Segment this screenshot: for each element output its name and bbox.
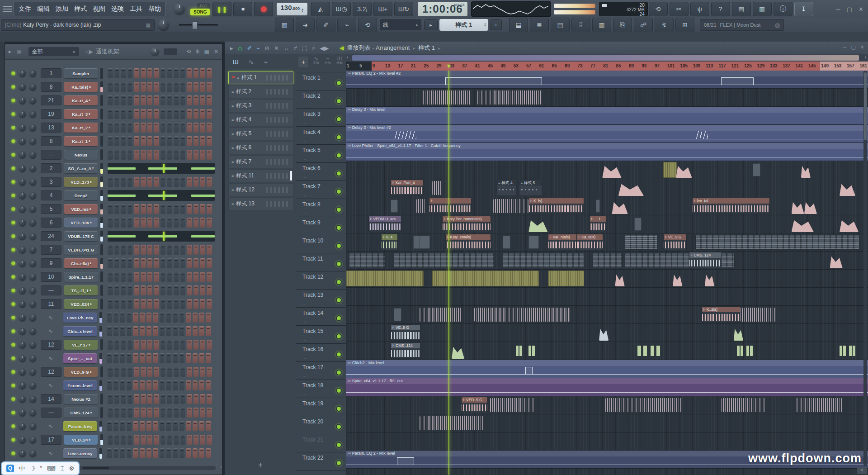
ime-tools-icon[interactable]: ⚙ (69, 465, 75, 472)
track-header[interactable]: Track 17... (296, 362, 346, 380)
channel-name-button[interactable]: Nexus #2 (64, 394, 98, 404)
mute-icon[interactable]: ✕ (274, 45, 279, 52)
plugin-icon[interactable]: ☍ (634, 18, 653, 32)
channel-volume-knob[interactable] (29, 314, 36, 321)
channel-number[interactable]: --- (41, 408, 61, 418)
slice-icon[interactable]: ⌿ (294, 44, 297, 52)
track-header[interactable]: Track 10... (296, 235, 346, 253)
channel-name-button[interactable]: Love..uency (63, 448, 97, 458)
audio-clip[interactable]: ⊦ VE..9 G (391, 324, 420, 341)
pat-song-toggle[interactable]: PAT SONG (190, 3, 210, 15)
channel-enable-led[interactable] (11, 126, 15, 130)
channel-volume-knob[interactable] (29, 287, 36, 294)
channel-enable-led[interactable] (11, 275, 15, 279)
clip[interactable] (721, 398, 766, 412)
track-enable-led[interactable] (336, 116, 342, 122)
channel-volume-knob[interactable] (29, 396, 36, 403)
clip[interactable] (490, 398, 535, 412)
menu-item[interactable]: 样式 (74, 5, 87, 13)
loop-record-icon[interactable]: Ш+ (373, 2, 392, 16)
add-track-button[interactable]: + (298, 57, 308, 67)
channel-number[interactable]: --- (41, 150, 61, 160)
channel-name-button[interactable]: Ka..rt_2ıllı (64, 123, 98, 133)
channel-name-button[interactable]: CMS..124ıllı (64, 408, 98, 418)
menu-item[interactable]: 文件 (19, 5, 31, 13)
channel-enable-led[interactable] (11, 248, 15, 252)
channel-enable-led[interactable] (11, 316, 15, 320)
step-sequencer-grid[interactable] (108, 68, 212, 78)
channel-name-button[interactable]: SO_A..m_A# (64, 163, 98, 173)
channel-number[interactable]: 1 (41, 68, 61, 78)
clip[interactable] (612, 200, 627, 214)
step-sequencer-grid[interactable] (108, 109, 212, 119)
step-sequencer-grid[interactable] (108, 218, 212, 228)
pattern-list-item[interactable]: ≡样式 6 (228, 141, 293, 154)
patterns-tab[interactable]: Ш样式 (334, 56, 345, 65)
track-name[interactable]: Track 17 (302, 364, 323, 370)
clip[interactable] (625, 235, 658, 250)
clip[interactable] (477, 90, 542, 104)
channel-volume-knob[interactable] (29, 355, 36, 362)
audio-clip[interactable]: ⊦ (429, 198, 472, 214)
grid-icon[interactable]: ▤ (551, 18, 570, 32)
audio-clip[interactable]: ⊦ V..4 (381, 234, 398, 250)
channel-volume-knob[interactable] (29, 328, 36, 335)
audio-clip[interactable]: ⊦ CMS..124 (689, 252, 722, 268)
stop-button[interactable]: ■ (233, 2, 252, 16)
track-name[interactable]: Track 18 (302, 382, 323, 389)
menu-item[interactable]: 工具 (130, 5, 142, 13)
channel-name-button[interactable]: VDUB..175 C (64, 231, 98, 241)
clip[interactable] (602, 164, 622, 178)
ime-keyboard-icon[interactable]: ⌨ (47, 465, 56, 472)
track-header[interactable]: Track 11... (296, 253, 346, 271)
channel-pan-knob[interactable] (19, 382, 26, 389)
step-sequencer-grid[interactable] (108, 150, 212, 160)
clip[interactable] (705, 272, 714, 286)
pattern-list-item[interactable]: ≡样式 7 (228, 155, 293, 168)
track-enable-led[interactable] (336, 315, 342, 321)
rack-swing-knob[interactable] (151, 48, 159, 56)
step-sequencer-grid[interactable] (108, 136, 212, 146)
render-icon[interactable]: ▥ (753, 2, 772, 16)
track-enable-led[interactable] (336, 442, 342, 448)
ime-moon-icon[interactable]: ☽ (30, 465, 35, 472)
track-name[interactable]: Track 14 (302, 310, 323, 316)
track-lane[interactable]: ⚯Glitch2 - Mix level (346, 360, 868, 378)
step-sequencer-grid[interactable] (107, 421, 211, 431)
clip[interactable] (737, 346, 743, 356)
pattern-clip[interactable]: ≡ 样式 5 (519, 180, 542, 196)
help-icon[interactable]: ? (711, 2, 730, 16)
track-name[interactable]: Track 12 (302, 274, 323, 280)
clip[interactable] (840, 346, 846, 356)
channel-volume-knob[interactable] (29, 70, 36, 77)
shop-icon[interactable]: ⊞ (675, 18, 694, 32)
channel-rack-icon[interactable]: ▦ (275, 18, 294, 32)
track-name[interactable]: Track 4 (302, 129, 321, 135)
channel-name-button[interactable]: VED..9 Gıllı (64, 367, 98, 377)
typing-keyboard-icon[interactable]: ⬓ (509, 18, 528, 32)
close-icon[interactable]: ✕ (859, 6, 863, 13)
clip[interactable] (615, 272, 625, 286)
channel-number[interactable]: 4 (41, 190, 61, 200)
step-sequencer-grid[interactable] (108, 123, 212, 133)
swing-icon[interactable]: ◎ (16, 48, 21, 55)
clip[interactable] (695, 235, 860, 250)
columns-icon[interactable]: ⁞⁞ (571, 18, 590, 32)
track-header[interactable]: Track 14... (296, 308, 346, 326)
channel-pan-knob[interactable] (19, 165, 26, 172)
track-name[interactable]: Track 16 (302, 346, 323, 352)
pattern-list-item[interactable]: ≡样式 5 (228, 127, 293, 140)
track-enable-led[interactable] (336, 134, 342, 140)
playback-icon[interactable]: ◀▶ (320, 45, 329, 52)
track-enable-led[interactable] (336, 388, 342, 394)
add-pattern-button[interactable]: + (258, 461, 263, 470)
channel-name-button[interactable]: Param..freq (63, 421, 97, 431)
cut-icon[interactable]: ✂ (670, 2, 689, 16)
track-enable-led[interactable] (336, 333, 342, 339)
channel-enable-led[interactable] (11, 411, 15, 415)
audio-clip[interactable]: ⊦ K..als) (702, 306, 741, 323)
channel-number[interactable]: 13 (41, 123, 61, 133)
track-lane[interactable] (346, 414, 868, 432)
track-enable-led[interactable] (336, 406, 342, 412)
export-icon[interactable]: ↧ (794, 2, 813, 16)
